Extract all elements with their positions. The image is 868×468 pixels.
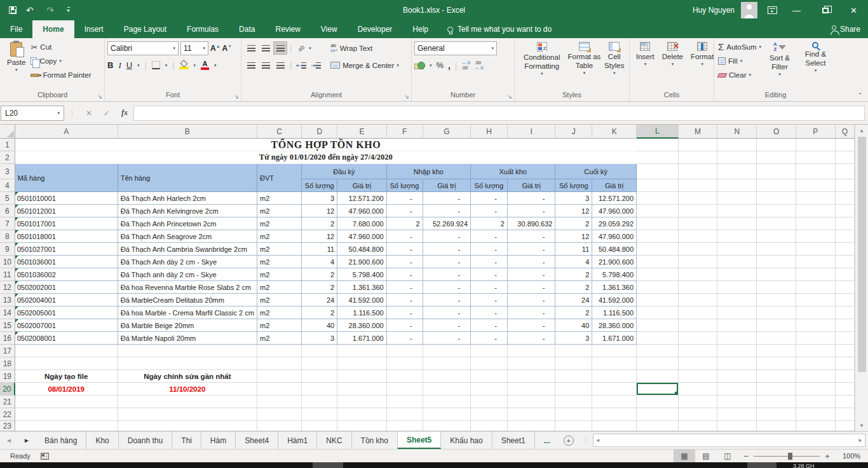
- cell-N19[interactable]: [717, 370, 757, 383]
- cell-A13[interactable]: 0502004001: [15, 294, 118, 306]
- cell-B12[interactable]: Đá hoa Revenna Marble Rose Slabs 2 cm: [118, 281, 257, 294]
- cell-M14[interactable]: [679, 306, 718, 319]
- cell-K22[interactable]: [592, 408, 637, 421]
- cell-N3[interactable]: [717, 164, 757, 179]
- cell-P4[interactable]: [796, 179, 836, 192]
- cell-H8[interactable]: -: [471, 230, 508, 243]
- cell-B13[interactable]: Đá MarbleCream Delitatus 20mm: [118, 294, 257, 306]
- cell-B6[interactable]: Đá Thạch Anh Kelvingrove 2cm: [118, 205, 257, 217]
- cell-K11[interactable]: 5.798.400: [592, 268, 637, 281]
- cell-N6[interactable]: [717, 205, 757, 217]
- cell-Q17[interactable]: [836, 345, 855, 357]
- cell-H10[interactable]: -: [471, 256, 508, 268]
- underline-button[interactable]: U: [126, 60, 132, 70]
- cell-H13[interactable]: -: [471, 294, 508, 306]
- cell-M4[interactable]: [679, 179, 718, 192]
- collapse-ribbon-icon[interactable]: ⌃: [858, 92, 863, 99]
- align-left-icon[interactable]: [244, 59, 258, 72]
- font-dialog-launcher[interactable]: ↘: [234, 93, 239, 100]
- cell-Q14[interactable]: [836, 306, 855, 319]
- cell-K17[interactable]: [592, 345, 637, 357]
- delete-cells-button[interactable]: Delete▾: [658, 40, 687, 86]
- sheet-tab-hàm1[interactable]: Hàm1: [278, 432, 317, 449]
- cell-K12[interactable]: 1.361.360: [592, 281, 637, 294]
- cell-P19[interactable]: [796, 370, 836, 383]
- cell-Q16[interactable]: [836, 332, 855, 345]
- cell-P12[interactable]: [796, 281, 836, 294]
- subheader-soluong-2[interactable]: Số lượng: [471, 179, 508, 192]
- cell-Q9[interactable]: [836, 243, 855, 256]
- cell-E23[interactable]: [337, 421, 386, 431]
- cell-F14[interactable]: -: [387, 306, 423, 319]
- row-header-19[interactable]: 19: [0, 370, 15, 383]
- cell-M15[interactable]: [679, 319, 718, 332]
- cell-C11[interactable]: m2: [257, 268, 302, 281]
- cell-B20[interactable]: 11/10/2020: [118, 383, 257, 396]
- cell-O8[interactable]: [757, 230, 796, 243]
- cell-G12[interactable]: -: [423, 281, 471, 294]
- cell-J20[interactable]: [555, 383, 592, 396]
- cell-I8[interactable]: -: [508, 230, 556, 243]
- row-header-13[interactable]: 13: [0, 294, 15, 306]
- cell-I17[interactable]: [508, 345, 556, 357]
- cell-C5[interactable]: m2: [257, 192, 302, 205]
- cell-Q13[interactable]: [836, 294, 855, 306]
- cell-B16[interactable]: Đá Marble Napoli 20mm: [118, 332, 257, 345]
- cell-Q5[interactable]: [836, 192, 855, 205]
- cell-A12[interactable]: 0502002001: [15, 281, 118, 294]
- cell-K5[interactable]: 12.571.200: [592, 192, 637, 205]
- cell-N14[interactable]: [717, 306, 757, 319]
- cell-B21[interactable]: [118, 396, 257, 408]
- cell-H19[interactable]: [471, 370, 508, 383]
- cell-Q2[interactable]: [836, 151, 855, 164]
- row-header-8[interactable]: 8: [0, 230, 15, 243]
- active-cell-L20[interactable]: [637, 383, 679, 396]
- cell-B17[interactable]: [118, 345, 257, 357]
- user-name[interactable]: Huy Nguyen: [693, 6, 735, 15]
- save-button[interactable]: [9, 6, 17, 14]
- cell-A7[interactable]: 0501017001: [15, 217, 118, 230]
- cell-K13[interactable]: 41.592.000: [592, 294, 637, 306]
- cell-C10[interactable]: m2: [257, 256, 302, 268]
- cell-P17[interactable]: [796, 345, 836, 357]
- cell-J17[interactable]: [555, 345, 592, 357]
- cell-O9[interactable]: [757, 243, 796, 256]
- cell-K19[interactable]: [592, 370, 637, 383]
- cell-C20[interactable]: [257, 383, 302, 396]
- cell-Q10[interactable]: [836, 256, 855, 268]
- cell-E10[interactable]: 21.900.600: [337, 256, 386, 268]
- cell-J7[interactable]: 2: [555, 217, 592, 230]
- row-header-10[interactable]: 10: [0, 256, 15, 268]
- cell-C12[interactable]: m2: [257, 281, 302, 294]
- cell-N5[interactable]: [717, 192, 757, 205]
- formula-input[interactable]: [133, 106, 865, 121]
- cell-F23[interactable]: [387, 421, 423, 431]
- subheader-giatri-3[interactable]: Giá trị: [592, 179, 637, 192]
- cell-P21[interactable]: [796, 396, 836, 408]
- cell-O2[interactable]: [757, 151, 796, 164]
- autosum-button[interactable]: ΣAutoSum▾: [717, 40, 763, 54]
- cell-styles-button[interactable]: Cell Styles▾: [602, 40, 627, 86]
- cell-H14[interactable]: -: [471, 306, 508, 319]
- cell-D22[interactable]: [302, 408, 337, 421]
- alignment-dialog-launcher[interactable]: ↘: [404, 93, 409, 100]
- cell-N22[interactable]: [717, 408, 757, 421]
- cell-J12[interactable]: 2: [555, 281, 592, 294]
- cell-G16[interactable]: -: [423, 332, 471, 345]
- cell-M18[interactable]: [679, 357, 718, 370]
- cell-B14[interactable]: Đá hoa Marble - Crema Marfil Classic 2 c…: [118, 306, 257, 319]
- cell-F13[interactable]: -: [387, 294, 423, 306]
- scroll-up-icon[interactable]: ▲: [855, 125, 868, 136]
- column-header-K[interactable]: K: [592, 125, 637, 139]
- cell-H18[interactable]: [471, 357, 508, 370]
- cell-E9[interactable]: 50.484.800: [337, 243, 386, 256]
- cell-D23[interactable]: [302, 421, 337, 431]
- cell-O22[interactable]: [757, 408, 796, 421]
- header-group-0[interactable]: Đầu kỳ: [302, 164, 386, 179]
- cell-N12[interactable]: [717, 281, 757, 294]
- cell-B23[interactable]: [118, 421, 257, 431]
- cell-B18[interactable]: [118, 357, 257, 370]
- cell-L4[interactable]: [637, 179, 679, 192]
- cell-G23[interactable]: [423, 421, 471, 431]
- cell-E18[interactable]: [337, 357, 386, 370]
